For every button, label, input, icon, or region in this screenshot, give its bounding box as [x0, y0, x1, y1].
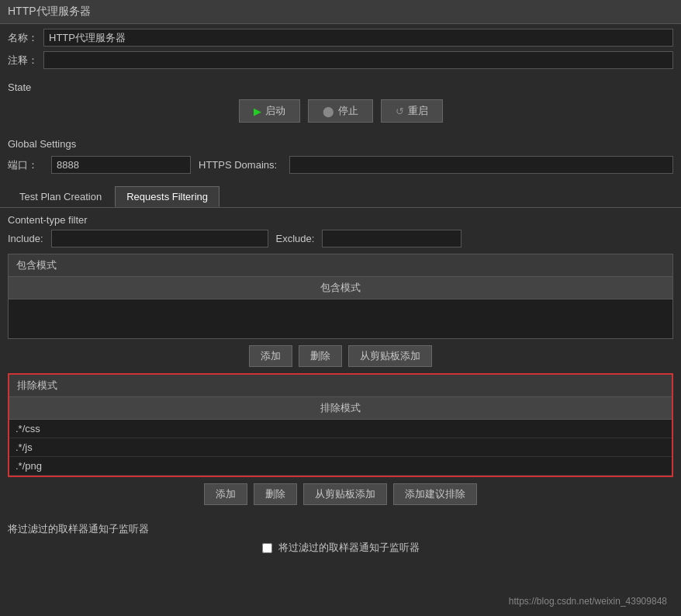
- include-add-label: 添加: [261, 350, 281, 362]
- name-label: 名称：: [8, 31, 39, 45]
- include-add-button[interactable]: 添加: [249, 345, 292, 367]
- port-label: 端口：: [8, 158, 39, 172]
- exclude-action-buttons: 添加 删除 从剪贴板添加 添加建议排除: [8, 483, 673, 505]
- notify-label: 将过滤过的取样器通知子监听器: [8, 522, 673, 536]
- restart-button[interactable]: ↺ 重启: [381, 99, 443, 123]
- start-label: 启动: [265, 104, 285, 118]
- comment-label: 注释：: [8, 54, 39, 67]
- include-pattern-list: [9, 299, 672, 338]
- stop-icon: ⬤: [323, 106, 334, 117]
- exclude-delete-button[interactable]: 删除: [254, 483, 297, 505]
- stop-label: 停止: [338, 104, 358, 118]
- notify-text: 将过滤过的取样器通知子监听器: [278, 541, 420, 555]
- notify-checkbox[interactable]: [262, 543, 272, 553]
- tab-test-plan[interactable]: Test Plan Creation: [8, 186, 113, 207]
- include-input[interactable]: [51, 230, 268, 247]
- include-section: 包含模式 包含模式: [8, 254, 673, 339]
- exclude-section-title: 排除模式: [9, 375, 672, 397]
- window-title: HTTP代理服务器: [8, 5, 91, 17]
- restart-icon: ↺: [396, 106, 404, 117]
- main-container: HTTP代理服务器 名称： 注释： State ▶ 启动 ⬤ 停止 ↺ 重启: [0, 0, 681, 616]
- exclude-add-button[interactable]: 添加: [204, 483, 247, 505]
- exclude-input[interactable]: [322, 230, 461, 247]
- exclude-delete-label: 删除: [265, 488, 285, 500]
- name-row: 名称：: [8, 29, 673, 47]
- exclude-section: 排除模式 排除模式 .*/css .*/js .*/png: [8, 373, 673, 477]
- include-table-header: 包含模式: [9, 277, 672, 299]
- list-item[interactable]: .*/css: [9, 420, 672, 438]
- include-paste-label: 从剪贴板添加: [360, 350, 420, 362]
- exclude-paste-button[interactable]: 从剪贴板添加: [303, 483, 387, 505]
- port-input[interactable]: [51, 156, 191, 174]
- name-section: 名称： 注释：: [0, 24, 681, 78]
- suggest-exclude-label: 添加建议排除: [405, 488, 465, 500]
- exclude-paste-label: 从剪贴板添加: [315, 488, 375, 500]
- title-bar: HTTP代理服务器: [0, 0, 681, 24]
- notify-row: 将过滤过的取样器通知子监听器: [8, 541, 673, 555]
- state-section: State ▶ 启动 ⬤ 停止 ↺ 重启: [0, 78, 681, 135]
- exclude-add-label: 添加: [216, 488, 236, 500]
- tab-test-plan-label: Test Plan Creation: [19, 191, 102, 202]
- content-section: Content-type filter Include: Exclude: 包含…: [0, 208, 681, 517]
- tab-requests-filtering-label: Requests Filtering: [126, 191, 208, 202]
- play-icon: ▶: [254, 106, 261, 117]
- stop-button[interactable]: ⬤ 停止: [308, 99, 373, 123]
- include-delete-button[interactable]: 删除: [299, 345, 342, 367]
- https-label: HTTPS Domains:: [199, 159, 277, 171]
- filter-row: Include: Exclude:: [8, 230, 673, 247]
- state-buttons: ▶ 启动 ⬤ 停止 ↺ 重启: [8, 99, 673, 123]
- global-settings-row: 端口： HTTPS Domains:: [0, 153, 681, 177]
- exclude-label: Exclude:: [276, 233, 315, 244]
- include-section-title: 包含模式: [9, 254, 672, 277]
- exclude-table-header: 排除模式: [9, 397, 672, 420]
- start-button[interactable]: ▶ 启动: [239, 99, 300, 123]
- name-input[interactable]: [43, 29, 673, 47]
- list-item[interactable]: .*/js: [9, 438, 672, 457]
- tabs-container: Test Plan Creation Requests Filtering: [0, 180, 681, 208]
- notify-section: 将过滤过的取样器通知子监听器 将过滤过的取样器通知子监听器: [0, 517, 681, 559]
- comment-input[interactable]: [43, 51, 673, 69]
- https-input[interactable]: [289, 156, 673, 174]
- content-type-label: Content-type filter: [8, 214, 673, 226]
- restart-label: 重启: [408, 104, 428, 118]
- tab-requests-filtering[interactable]: Requests Filtering: [115, 186, 220, 207]
- comment-row: 注释：: [8, 51, 673, 69]
- include-action-buttons: 添加 删除 从剪贴板添加: [8, 345, 673, 367]
- include-delete-label: 删除: [310, 350, 330, 362]
- include-paste-button[interactable]: 从剪贴板添加: [348, 345, 432, 367]
- include-label: Include:: [8, 233, 43, 244]
- global-settings-label: Global Settings: [0, 135, 681, 153]
- state-label: State: [8, 81, 673, 93]
- footer-link: https://blog.csdn.net/weixin_43909848: [501, 593, 675, 610]
- list-item[interactable]: .*/png: [9, 457, 672, 476]
- suggest-exclude-button[interactable]: 添加建议排除: [393, 483, 477, 505]
- exclude-pattern-list: .*/css .*/js .*/png: [9, 420, 672, 476]
